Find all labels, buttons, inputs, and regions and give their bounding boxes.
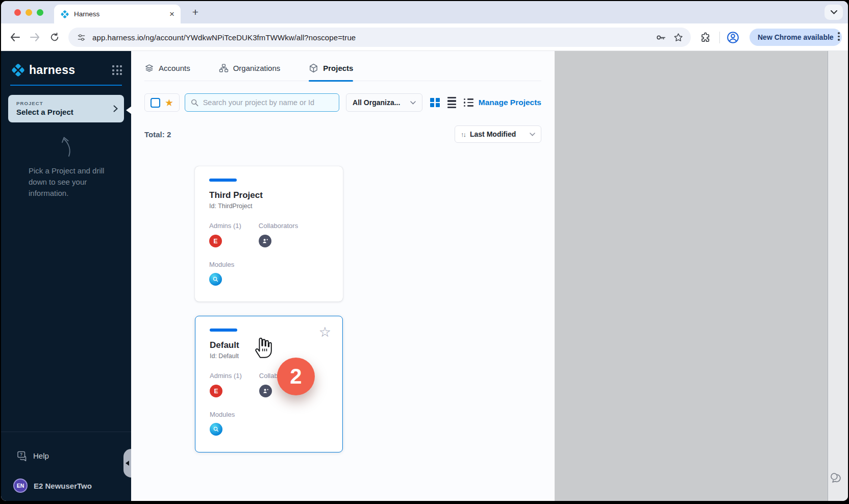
list-view-icon[interactable] — [464, 98, 473, 107]
browser-window: Harness × + app.harness.io/ng/account/YW… — [1, 1, 848, 501]
svg-text:?: ? — [20, 452, 22, 457]
new-tab-button[interactable]: + — [189, 6, 202, 19]
harness-logo-icon — [11, 63, 25, 77]
admin-avatar[interactable]: E — [209, 235, 222, 247]
sidebar-hint-text: Pick a Project and drill down to see you… — [29, 165, 108, 199]
project-selector[interactable]: PROJECT Select a Project — [8, 95, 124, 122]
tab-projects-label: Projects — [323, 64, 353, 72]
module-glyph — [213, 426, 219, 433]
tab-accounts[interactable]: Accounts — [144, 63, 190, 81]
manage-projects-link[interactable]: Manage Projects — [479, 98, 541, 107]
help-label: Help — [33, 451, 49, 460]
window-controls — [14, 9, 43, 16]
browser-toolbar: app.harness.io/ng/account/YWdkwNPiTceDUK… — [1, 23, 848, 51]
cursor-hand-icon — [253, 336, 273, 359]
admins-group: Admins (1) E — [210, 372, 242, 397]
chaos-module-icon[interactable] — [210, 423, 222, 436]
browser-tab[interactable]: Harness × — [54, 5, 181, 23]
browser-menu-icon[interactable] — [838, 32, 840, 41]
help-button[interactable]: ? Help — [16, 450, 49, 461]
toolbar-divider — [719, 32, 720, 43]
maximize-window-button[interactable] — [37, 9, 43, 16]
profile-icon — [726, 31, 740, 44]
favorites-checkbox[interactable] — [151, 98, 160, 108]
organizations-icon — [219, 63, 229, 73]
tab-organizations-label: Organizations — [233, 64, 281, 72]
password-key-icon[interactable] — [655, 32, 667, 43]
collaborator-add-button[interactable] — [259, 235, 271, 247]
address-bar[interactable]: app.harness.io/ng/account/YWdkwNPiTceDUK… — [68, 28, 691, 47]
sidebar: harness PROJECT Select a Project Pick a … — [1, 51, 131, 501]
view-toggles — [430, 97, 473, 108]
bookmark-star-icon[interactable] — [673, 32, 684, 43]
chat-bubbles-icon[interactable] — [829, 471, 843, 485]
chevron-down-icon — [530, 133, 535, 136]
sidebar-collapse-handle[interactable] — [123, 449, 131, 477]
project-card-third-project[interactable]: Third Project Id: ThirdProject Admins (1… — [195, 166, 343, 301]
minimize-window-button[interactable] — [26, 9, 32, 16]
rows-view-icon[interactable] — [447, 97, 456, 108]
favorites-star-icon[interactable]: ★ — [165, 98, 173, 108]
favorites-filter-group: ★ — [144, 93, 180, 112]
extensions-button[interactable] — [698, 30, 712, 44]
project-cards: Third Project Id: ThirdProject Admins (1… — [195, 166, 343, 452]
forward-icon — [30, 33, 40, 41]
search-icon — [191, 98, 198, 107]
chaos-module-icon[interactable] — [209, 273, 222, 286]
user-name: E2 NewuserTwo — [34, 482, 92, 490]
harness-favicon — [60, 10, 69, 19]
admins-label: Admins (1) — [209, 222, 241, 230]
admin-avatar[interactable]: E — [210, 385, 222, 397]
admins-label: Admins (1) — [210, 372, 242, 380]
brand-row: harness — [1, 51, 131, 77]
admins-group: Admins (1) E — [209, 222, 241, 247]
tab-close-icon[interactable]: × — [169, 10, 174, 18]
sidebar-divider — [1, 432, 131, 432]
tab-strip: Harness × + — [1, 1, 848, 23]
chevron-down-icon — [410, 101, 416, 105]
back-icon — [10, 33, 20, 41]
project-color-bar — [210, 329, 237, 332]
sort-dropdown[interactable]: ↑↓ Last Modified — [455, 125, 541, 143]
forward-button[interactable] — [28, 30, 42, 44]
tab-projects[interactable]: Projects — [309, 63, 353, 81]
project-card-default[interactable]: ☆ Default Id: Default Admins (1) E Colla… — [195, 316, 343, 452]
project-search[interactable] — [185, 93, 339, 112]
collaborator-add-button[interactable] — [259, 385, 272, 397]
tab-search-button[interactable] — [825, 5, 843, 20]
modules-label: Modules — [210, 411, 328, 418]
chevron-down-icon — [831, 10, 837, 14]
user-account-button[interactable]: EN E2 NewuserTwo — [13, 478, 92, 493]
sort-dropdown-value: Last Modified — [470, 130, 525, 138]
filter-row: ★ All Organiza... Manage Projects — [144, 93, 541, 112]
empty-panel — [555, 51, 828, 501]
tab-organizations[interactable]: Organizations — [219, 63, 281, 81]
collaborators-group: Collaborators — [259, 222, 298, 247]
user-avatar: EN — [13, 478, 28, 493]
project-title: Third Project — [209, 190, 329, 200]
update-chrome-button[interactable]: New Chrome available — [750, 29, 842, 46]
collaborators-label: Collaborators — [259, 222, 298, 230]
accounts-layers-icon — [144, 63, 154, 73]
profile-button[interactable] — [726, 30, 740, 44]
project-selector-label: PROJECT — [16, 100, 117, 106]
reload-button[interactable] — [47, 30, 62, 44]
person-plus-icon — [262, 388, 269, 394]
favorite-star-icon[interactable]: ☆ — [319, 325, 331, 339]
organization-dropdown-value: All Organiza... — [353, 98, 410, 107]
app-area: harness PROJECT Select a Project Pick a … — [1, 51, 848, 501]
grid-view-icon[interactable] — [430, 98, 440, 108]
sort-icon: ↑↓ — [461, 131, 465, 138]
search-input[interactable] — [203, 98, 333, 107]
project-selector-value: Select a Project — [16, 108, 117, 116]
apps-grid-icon[interactable] — [112, 65, 122, 75]
close-window-button[interactable] — [14, 9, 21, 16]
project-id: Id: ThirdProject — [209, 203, 329, 210]
back-button[interactable] — [8, 30, 22, 44]
site-info-icon[interactable] — [77, 33, 86, 42]
organization-dropdown[interactable]: All Organiza... — [346, 93, 422, 112]
help-chat-icon: ? — [16, 450, 28, 461]
brand-name: harness — [29, 63, 108, 77]
tutorial-step-badge: 2 — [277, 358, 315, 395]
person-plus-icon — [262, 238, 268, 244]
